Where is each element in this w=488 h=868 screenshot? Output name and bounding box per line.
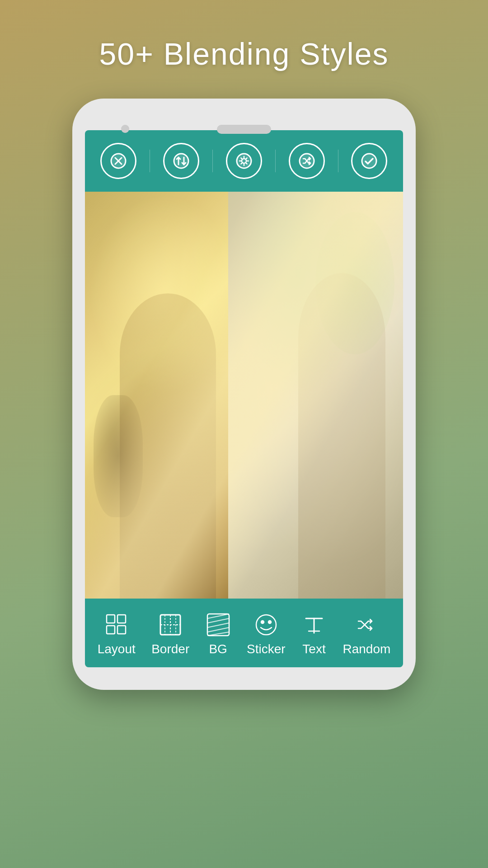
app-headline: 50+ Blending Styles: [99, 36, 389, 71]
svg-point-24: [261, 621, 264, 623]
shuffle-button[interactable]: [289, 143, 325, 179]
svg-point-3: [174, 154, 188, 168]
svg-line-20: [207, 623, 229, 627]
divider-2: [212, 150, 213, 172]
svg-rect-8: [107, 615, 115, 623]
text-label: Text: [302, 642, 325, 656]
divider-4: [338, 150, 338, 172]
svg-point-7: [362, 154, 376, 168]
random-tool[interactable]: Random: [343, 612, 390, 656]
photo-panel-right: [228, 192, 403, 599]
divider-1: [150, 150, 150, 172]
phone-speaker: [217, 125, 271, 134]
confirm-button[interactable]: [351, 143, 387, 179]
swap-button[interactable]: [163, 143, 199, 179]
phone-device: Layout Border BG: [72, 99, 416, 690]
random-label: Random: [343, 642, 390, 656]
bg-label: BG: [209, 642, 227, 656]
top-toolbar: [85, 130, 403, 192]
sticker-tool[interactable]: Sticker: [247, 612, 286, 656]
border-label: Border: [151, 642, 189, 656]
layout-tool[interactable]: Layout: [98, 612, 136, 656]
svg-point-23: [256, 615, 276, 635]
cancel-button[interactable]: [100, 143, 136, 179]
svg-rect-11: [117, 626, 126, 634]
svg-line-21: [207, 627, 229, 632]
svg-rect-10: [107, 626, 115, 634]
phone-camera: [121, 125, 129, 133]
sticker-label: Sticker: [247, 642, 286, 656]
divider-3: [275, 150, 276, 172]
svg-point-25: [268, 621, 271, 623]
settings-button[interactable]: [226, 143, 262, 179]
svg-line-19: [207, 618, 229, 623]
bg-tool[interactable]: BG: [206, 612, 231, 656]
photo-collage-area: [85, 192, 403, 599]
text-tool[interactable]: Text: [301, 612, 327, 656]
layout-label: Layout: [98, 642, 136, 656]
border-tool[interactable]: Border: [151, 612, 189, 656]
svg-rect-9: [117, 615, 126, 623]
phone-top-bar: [85, 112, 403, 130]
svg-line-18: [207, 614, 229, 618]
bottom-toolbar: Layout Border BG: [85, 599, 403, 667]
